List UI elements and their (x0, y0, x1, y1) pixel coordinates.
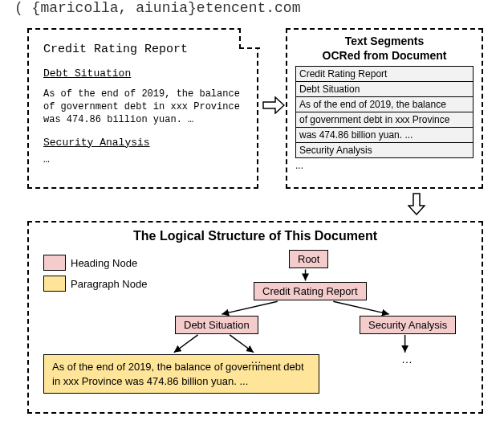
node-heading-1: Debt Situation (175, 316, 258, 334)
segments-title-line1: Text Segments (345, 35, 425, 47)
svg-line-2 (333, 301, 388, 314)
segment-row: was 474.86 billion yuan. ... (296, 128, 473, 143)
segments-panel: Text Segments OCRed from Document Credit… (286, 28, 483, 189)
node-doc-title: Credit Rating Report (254, 282, 367, 300)
tree-ellipsis-1: … (250, 353, 262, 366)
segments-table: Credit Rating Report Debt Situation As o… (295, 66, 474, 158)
node-heading-2: Security Analysis (360, 316, 456, 334)
tree-panel: The Logical Structure of This Document H… (27, 221, 483, 414)
arrow-right-icon (262, 96, 285, 117)
doc-title: Credit Rating Report (43, 43, 242, 56)
segment-row: of government debt in xxx Province (296, 112, 473, 128)
segment-row: Security Analysis (296, 143, 473, 157)
tree-area: Root Credit Rating Report Debt Situation… (39, 250, 472, 402)
segments-ellipsis: ... (295, 160, 474, 171)
cropped-header-text: ( {maricolla, aiunia}etencent.com (0, 0, 504, 16)
tree-ellipsis-2: … (401, 353, 413, 366)
segment-row: Debt Situation (296, 82, 473, 97)
node-root: Root (289, 250, 328, 268)
segments-title: Text Segments OCRed from Document (295, 35, 474, 63)
segment-row: Credit Rating Report (296, 67, 473, 82)
doc-heading-2: Security Analysis (43, 137, 242, 149)
doc-ellipsis: … (43, 153, 242, 165)
svg-line-4 (230, 335, 254, 353)
svg-line-1 (222, 301, 277, 314)
doc-heading-1: Debt Situation (43, 67, 242, 80)
tree-title: The Logical Structure of This Document (39, 229, 472, 243)
doc-body-1: As of the end of 2019, the balance of go… (43, 88, 242, 127)
arrow-down-icon (408, 193, 425, 218)
segments-title-line2: OCRed from Document (323, 49, 447, 62)
node-paragraph: As of the end of 2019, the balance of go… (43, 354, 319, 394)
segment-row: As of the end of 2019, the balance (296, 97, 473, 112)
svg-line-3 (174, 335, 198, 353)
page-fold-corner (239, 28, 258, 47)
document-panel: Credit Rating Report Debt Situation As o… (27, 28, 258, 189)
